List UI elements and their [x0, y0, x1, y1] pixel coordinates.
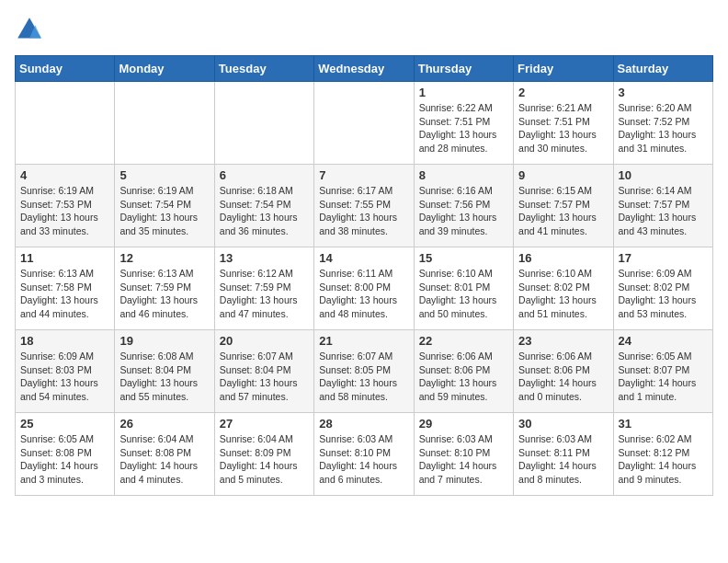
calendar-cell: 4Sunrise: 6:19 AM Sunset: 7:53 PM Daylig…	[16, 165, 115, 247]
calendar-cell: 17Sunrise: 6:09 AM Sunset: 8:02 PM Dayli…	[613, 247, 712, 330]
day-detail: Sunrise: 6:08 AM Sunset: 8:04 PM Dayligh…	[119, 350, 209, 404]
weekday-header-saturday: Saturday	[613, 56, 712, 82]
day-number: 23	[518, 334, 608, 348]
day-detail: Sunrise: 6:16 AM Sunset: 7:56 PM Dayligh…	[419, 184, 508, 238]
calendar-cell	[214, 82, 313, 165]
calendar-table: SundayMondayTuesdayWednesdayThursdayFrid…	[15, 55, 713, 496]
calendar-cell: 10Sunrise: 6:14 AM Sunset: 7:57 PM Dayli…	[613, 165, 712, 247]
day-number: 3	[619, 86, 708, 99]
calendar-cell: 6Sunrise: 6:18 AM Sunset: 7:54 PM Daylig…	[214, 165, 313, 247]
day-number: 7	[319, 168, 408, 182]
day-detail: Sunrise: 6:20 AM Sunset: 7:52 PM Dayligh…	[619, 101, 708, 155]
calendar-cell: 22Sunrise: 6:06 AM Sunset: 8:06 PM Dayli…	[414, 330, 513, 413]
weekday-header-friday: Friday	[514, 56, 613, 82]
day-detail: Sunrise: 6:04 AM Sunset: 8:08 PM Dayligh…	[119, 432, 209, 487]
day-number: 11	[20, 251, 109, 265]
calendar-cell	[16, 82, 115, 165]
day-detail: Sunrise: 6:03 AM Sunset: 8:11 PM Dayligh…	[518, 432, 608, 487]
day-number: 15	[419, 251, 508, 265]
day-detail: Sunrise: 6:07 AM Sunset: 8:04 PM Dayligh…	[220, 350, 309, 404]
page-header	[15, 15, 713, 44]
calendar-cell: 21Sunrise: 6:07 AM Sunset: 8:05 PM Dayli…	[314, 330, 414, 413]
day-detail: Sunrise: 6:05 AM Sunset: 8:08 PM Dayligh…	[20, 432, 109, 487]
day-number: 1	[419, 86, 508, 99]
calendar-cell: 16Sunrise: 6:10 AM Sunset: 8:02 PM Dayli…	[514, 247, 613, 330]
day-number: 8	[419, 168, 508, 182]
calendar-cell: 15Sunrise: 6:10 AM Sunset: 8:01 PM Dayli…	[414, 247, 513, 330]
calendar-week-3: 11Sunrise: 6:13 AM Sunset: 7:58 PM Dayli…	[16, 247, 713, 330]
day-detail: Sunrise: 6:18 AM Sunset: 7:54 PM Dayligh…	[220, 184, 309, 238]
calendar-week-5: 25Sunrise: 6:05 AM Sunset: 8:08 PM Dayli…	[16, 413, 713, 496]
day-number: 27	[220, 417, 309, 431]
day-number: 9	[518, 168, 608, 182]
day-number: 30	[518, 417, 608, 431]
day-number: 26	[119, 417, 209, 431]
calendar-cell: 27Sunrise: 6:04 AM Sunset: 8:09 PM Dayli…	[214, 413, 313, 496]
day-detail: Sunrise: 6:09 AM Sunset: 8:02 PM Dayligh…	[619, 267, 708, 321]
calendar-cell: 5Sunrise: 6:19 AM Sunset: 7:54 PM Daylig…	[115, 165, 214, 247]
day-number: 16	[518, 251, 608, 265]
calendar-cell: 7Sunrise: 6:17 AM Sunset: 7:55 PM Daylig…	[314, 165, 414, 247]
day-number: 25	[20, 417, 109, 431]
day-detail: Sunrise: 6:07 AM Sunset: 8:05 PM Dayligh…	[319, 350, 408, 404]
day-number: 22	[419, 334, 508, 348]
calendar-cell: 3Sunrise: 6:20 AM Sunset: 7:52 PM Daylig…	[613, 82, 712, 165]
day-number: 2	[518, 86, 608, 99]
calendar-cell: 30Sunrise: 6:03 AM Sunset: 8:11 PM Dayli…	[514, 413, 613, 496]
calendar-cell: 24Sunrise: 6:05 AM Sunset: 8:07 PM Dayli…	[613, 330, 712, 413]
calendar-cell	[115, 82, 214, 165]
weekday-header-thursday: Thursday	[414, 56, 513, 82]
day-detail: Sunrise: 6:02 AM Sunset: 8:12 PM Dayligh…	[619, 432, 708, 487]
logo	[15, 15, 48, 44]
calendar-cell: 31Sunrise: 6:02 AM Sunset: 8:12 PM Dayli…	[613, 413, 712, 496]
calendar-week-2: 4Sunrise: 6:19 AM Sunset: 7:53 PM Daylig…	[16, 165, 713, 247]
day-detail: Sunrise: 6:04 AM Sunset: 8:09 PM Dayligh…	[220, 432, 309, 487]
day-number: 28	[319, 417, 408, 431]
calendar-cell: 12Sunrise: 6:13 AM Sunset: 7:59 PM Dayli…	[115, 247, 214, 330]
calendar-cell	[314, 82, 414, 165]
day-number: 5	[119, 168, 209, 182]
calendar-cell: 19Sunrise: 6:08 AM Sunset: 8:04 PM Dayli…	[115, 330, 214, 413]
calendar-header-row: SundayMondayTuesdayWednesdayThursdayFrid…	[16, 56, 713, 82]
day-number: 18	[20, 334, 109, 348]
day-number: 20	[220, 334, 309, 348]
day-number: 17	[619, 251, 708, 265]
day-number: 10	[619, 168, 708, 182]
day-number: 13	[220, 251, 309, 265]
day-number: 29	[419, 417, 508, 431]
weekday-header-tuesday: Tuesday	[214, 56, 313, 82]
day-detail: Sunrise: 6:10 AM Sunset: 8:02 PM Dayligh…	[518, 267, 608, 321]
day-detail: Sunrise: 6:03 AM Sunset: 8:10 PM Dayligh…	[319, 432, 408, 487]
calendar-cell: 23Sunrise: 6:06 AM Sunset: 8:06 PM Dayli…	[514, 330, 613, 413]
calendar-cell: 9Sunrise: 6:15 AM Sunset: 7:57 PM Daylig…	[514, 165, 613, 247]
day-detail: Sunrise: 6:13 AM Sunset: 7:58 PM Dayligh…	[20, 267, 109, 321]
weekday-header-wednesday: Wednesday	[314, 56, 414, 82]
day-detail: Sunrise: 6:06 AM Sunset: 8:06 PM Dayligh…	[518, 350, 608, 404]
calendar-cell: 29Sunrise: 6:03 AM Sunset: 8:10 PM Dayli…	[414, 413, 513, 496]
calendar-week-4: 18Sunrise: 6:09 AM Sunset: 8:03 PM Dayli…	[16, 330, 713, 413]
day-number: 12	[119, 251, 209, 265]
calendar-cell: 25Sunrise: 6:05 AM Sunset: 8:08 PM Dayli…	[16, 413, 115, 496]
day-detail: Sunrise: 6:15 AM Sunset: 7:57 PM Dayligh…	[518, 184, 608, 238]
calendar-cell: 8Sunrise: 6:16 AM Sunset: 7:56 PM Daylig…	[414, 165, 513, 247]
calendar-cell: 18Sunrise: 6:09 AM Sunset: 8:03 PM Dayli…	[16, 330, 115, 413]
day-number: 19	[119, 334, 209, 348]
logo-icon	[15, 15, 44, 44]
calendar-cell: 20Sunrise: 6:07 AM Sunset: 8:04 PM Dayli…	[214, 330, 313, 413]
day-detail: Sunrise: 6:12 AM Sunset: 7:59 PM Dayligh…	[220, 267, 309, 321]
day-detail: Sunrise: 6:03 AM Sunset: 8:10 PM Dayligh…	[419, 432, 508, 487]
calendar-cell: 26Sunrise: 6:04 AM Sunset: 8:08 PM Dayli…	[115, 413, 214, 496]
weekday-header-monday: Monday	[115, 56, 214, 82]
day-detail: Sunrise: 6:10 AM Sunset: 8:01 PM Dayligh…	[419, 267, 508, 321]
day-number: 4	[20, 168, 109, 182]
day-detail: Sunrise: 6:17 AM Sunset: 7:55 PM Dayligh…	[319, 184, 408, 238]
day-number: 21	[319, 334, 408, 348]
day-detail: Sunrise: 6:22 AM Sunset: 7:51 PM Dayligh…	[419, 101, 508, 155]
day-detail: Sunrise: 6:11 AM Sunset: 8:00 PM Dayligh…	[319, 267, 408, 321]
day-detail: Sunrise: 6:19 AM Sunset: 7:54 PM Dayligh…	[119, 184, 209, 238]
calendar-cell: 28Sunrise: 6:03 AM Sunset: 8:10 PM Dayli…	[314, 413, 414, 496]
day-detail: Sunrise: 6:13 AM Sunset: 7:59 PM Dayligh…	[119, 267, 209, 321]
day-detail: Sunrise: 6:19 AM Sunset: 7:53 PM Dayligh…	[20, 184, 109, 238]
day-detail: Sunrise: 6:05 AM Sunset: 8:07 PM Dayligh…	[619, 350, 708, 404]
day-number: 31	[619, 417, 708, 431]
